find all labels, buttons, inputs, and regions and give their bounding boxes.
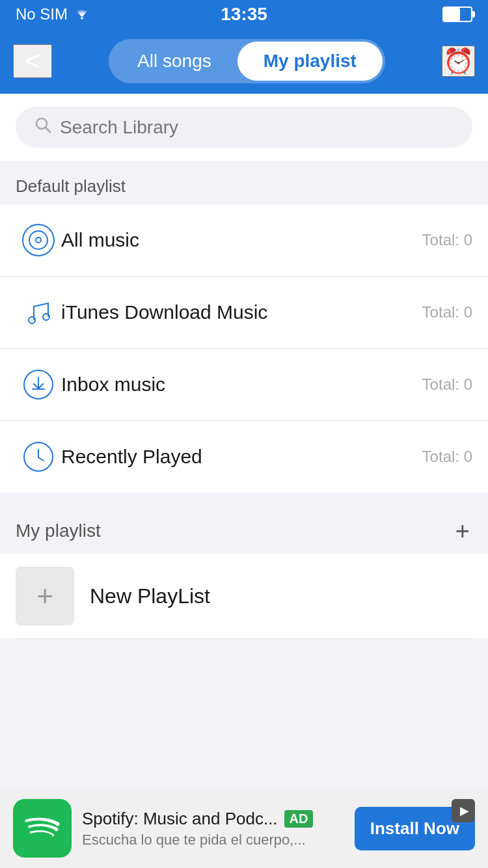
svg-line-2	[46, 128, 51, 133]
search-input[interactable]	[60, 117, 454, 138]
ad-play-icon[interactable]	[452, 799, 475, 822]
section-separator	[0, 493, 488, 503]
ad-info: Spotify: Music and Podc... AD Escucha lo…	[82, 809, 344, 848]
tab-my-playlist[interactable]: My playlist	[237, 42, 383, 81]
svg-point-6	[29, 317, 35, 323]
svg-point-7	[43, 314, 49, 320]
my-playlist-header: My playlist +	[0, 503, 488, 554]
new-playlist-plus-icon: +	[36, 582, 53, 610]
list-item[interactable]: All music Total: 0	[0, 204, 488, 277]
svg-point-5	[36, 237, 41, 243]
disc-icon	[16, 217, 61, 263]
ad-app-icon	[13, 799, 72, 858]
default-playlist-section: All music Total: 0 iTunes Download Music…	[0, 204, 488, 493]
battery-icon	[442, 7, 472, 22]
music-icon	[16, 290, 61, 335]
back-button[interactable]: <	[13, 44, 52, 78]
svg-point-10	[20, 806, 65, 851]
new-playlist-name: New PlayList	[74, 584, 210, 608]
status-left: No SIM	[16, 5, 91, 23]
playlist-name: iTunes Download Music	[61, 301, 267, 323]
nav-bar: < All songs My playlist ⏰	[0, 29, 488, 94]
list-item[interactable]: iTunes Download Music Total: 0	[0, 277, 488, 349]
playlist-total: Total: 0	[422, 303, 472, 321]
playlist-total: Total: 0	[422, 231, 472, 249]
status-right	[442, 7, 472, 22]
ad-title-row: Spotify: Music and Podc... AD	[82, 809, 344, 829]
my-playlist-section-label: My playlist	[16, 521, 101, 541]
search-container	[0, 94, 488, 161]
ad-subtitle: Escucha lo que te pida el cuerpo,...	[82, 832, 344, 848]
playlist-name: Inbox music	[61, 373, 165, 396]
tab-switcher: All songs My playlist	[109, 39, 385, 83]
carrier-label: No SIM	[16, 5, 68, 23]
add-playlist-button[interactable]: +	[453, 519, 472, 543]
ad-banner: Spotify: Music and Podc... AD Escucha lo…	[0, 789, 488, 868]
inbox-icon	[16, 362, 61, 407]
playlist-name: All music	[61, 229, 139, 251]
ad-badge: AD	[284, 810, 314, 828]
svg-point-3	[23, 224, 54, 256]
svg-point-4	[29, 231, 47, 249]
tab-all-songs[interactable]: All songs	[111, 42, 237, 81]
svg-point-1	[36, 118, 47, 129]
divider	[16, 638, 472, 639]
list-item[interactable]: Recently Played Total: 0	[0, 421, 488, 493]
clock-icon	[16, 434, 61, 480]
wifi-icon	[73, 5, 91, 23]
playlist-total: Total: 0	[422, 375, 472, 394]
ad-app-name: Spotify: Music and Podc...	[82, 809, 278, 829]
status-bar: No SIM 13:35	[0, 0, 488, 29]
new-playlist-thumb: +	[16, 567, 74, 625]
default-playlist-label: Default playlist	[0, 161, 488, 204]
new-playlist-item[interactable]: + New PlayList	[0, 554, 488, 638]
search-input-wrap	[16, 107, 472, 148]
svg-point-0	[81, 17, 83, 20]
list-item[interactable]: Inbox music Total: 0	[0, 349, 488, 421]
playlist-name: Recently Played	[61, 446, 202, 468]
search-icon	[34, 116, 52, 139]
status-time: 13:35	[221, 4, 267, 25]
playlist-total: Total: 0	[422, 448, 472, 466]
alarm-button[interactable]: ⏰	[442, 46, 475, 77]
